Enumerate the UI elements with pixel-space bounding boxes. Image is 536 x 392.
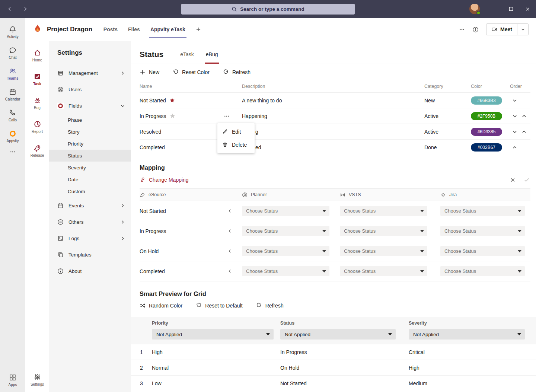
sidebar-item-chat[interactable]: Chat: [0, 43, 25, 63]
order-down-icon[interactable]: [512, 98, 517, 103]
favorite-star-icon[interactable]: [170, 113, 175, 119]
color-pill[interactable]: #002B67: [471, 143, 502, 152]
settings-item-about[interactable]: About: [49, 263, 131, 279]
collapse-chevron-icon[interactable]: [227, 208, 232, 213]
planner-status-dropdown[interactable]: Choose Status: [242, 206, 329, 216]
dropdown-arrow-icon: [420, 250, 424, 252]
jira-status-dropdown[interactable]: Choose Status: [440, 246, 525, 256]
settings-item-logs[interactable]: Logs: [49, 230, 131, 246]
more-options-button[interactable]: [459, 26, 465, 32]
info-icon: [57, 268, 64, 274]
info-button[interactable]: [472, 26, 479, 33]
jira-status-dropdown[interactable]: Choose Status: [440, 266, 525, 276]
tab-etask[interactable]: eTask: [179, 51, 195, 64]
meet-dropdown-button[interactable]: [517, 24, 528, 35]
sidebar-item-calls[interactable]: Calls: [0, 106, 25, 125]
collapse-chevron-icon[interactable]: [227, 249, 232, 254]
color-pill[interactable]: #66B3B3: [471, 96, 502, 105]
settings-subitem-story[interactable]: Story: [49, 126, 131, 138]
vsts-status-dropdown[interactable]: Choose Status: [340, 206, 427, 216]
maximize-button[interactable]: [502, 0, 519, 18]
row-number: 3: [140, 380, 152, 386]
jira-status-dropdown[interactable]: Choose Status: [440, 226, 525, 236]
confirm-mapping-icon[interactable]: [524, 177, 530, 183]
settings-item-events[interactable]: Events: [49, 197, 131, 214]
planner-status-dropdown[interactable]: Choose Status: [242, 226, 329, 236]
settings-subitem-date[interactable]: Date: [49, 173, 131, 185]
collapse-chevron-icon[interactable]: [227, 229, 232, 233]
module-item-report[interactable]: Report: [25, 118, 49, 136]
reset-color-button[interactable]: Reset Color: [173, 69, 210, 75]
context-menu-delete[interactable]: Delete: [217, 138, 255, 151]
logs-icon: [57, 235, 64, 242]
dropdown-arrow-icon: [322, 270, 326, 273]
module-item-task[interactable]: Task: [25, 70, 49, 89]
favorite-star-icon[interactable]: [169, 98, 175, 103]
order-up-icon[interactable]: [512, 145, 517, 150]
reset-to-default-button[interactable]: Reset to Default: [196, 303, 242, 309]
color-pill[interactable]: #2F950B: [471, 112, 502, 120]
tab-files[interactable]: Files: [128, 18, 140, 41]
settings-item-others[interactable]: Others: [49, 214, 131, 230]
severity-filter-dropdown[interactable]: Not Applied: [409, 329, 525, 340]
camera-icon: [491, 26, 497, 32]
module-item-bug[interactable]: Bug: [25, 94, 49, 112]
settings-subitem-severity[interactable]: Severity: [49, 162, 131, 173]
module-item-release[interactable]: Release: [25, 141, 49, 160]
meet-button[interactable]: Meet: [486, 23, 529, 35]
rail-label: Teams: [7, 76, 19, 80]
avatar[interactable]: [469, 4, 480, 14]
planner-status-dropdown[interactable]: Choose Status: [242, 246, 329, 256]
add-tab-button[interactable]: [196, 27, 201, 32]
planner-status-dropdown[interactable]: Choose Status: [242, 266, 329, 276]
settings-item-users[interactable]: Users: [49, 81, 131, 98]
sidebar-item-appvity[interactable]: Appvity: [0, 127, 25, 146]
cancel-mapping-icon[interactable]: [510, 177, 516, 183]
order-up-icon[interactable]: [521, 129, 527, 134]
sidebar-item-teams[interactable]: Teams: [0, 64, 25, 83]
more-apps-button[interactable]: [10, 149, 16, 155]
vsts-status-dropdown[interactable]: Choose Status: [340, 246, 427, 256]
context-menu-edit[interactable]: Edit: [217, 125, 255, 138]
status-filter-dropdown[interactable]: Not Applied: [280, 329, 396, 340]
status-category: Done: [424, 144, 471, 150]
minimize-button[interactable]: [486, 0, 502, 18]
tab-posts[interactable]: Posts: [103, 18, 118, 41]
tab-ebug[interactable]: eBug: [205, 51, 219, 64]
order-down-icon[interactable]: [512, 129, 517, 134]
jira-status-dropdown[interactable]: Choose Status: [440, 206, 525, 216]
tab-appvity-etask[interactable]: Appvity eTask: [150, 18, 185, 41]
settings-subitem-status[interactable]: Status: [49, 150, 131, 162]
sidebar-item-apps[interactable]: Apps: [0, 370, 25, 390]
color-pill[interactable]: #6D3385: [471, 128, 502, 136]
new-button[interactable]: New: [140, 69, 159, 75]
back-button[interactable]: [6, 5, 13, 13]
module-item-home[interactable]: Home: [25, 46, 49, 65]
meet-label: Meet: [500, 26, 512, 32]
settings-subitem-priority[interactable]: Priority: [49, 138, 131, 150]
change-mapping-button[interactable]: Change Mapping: [140, 177, 189, 183]
preview-refresh-button[interactable]: Refresh: [256, 303, 284, 309]
priority-filter-dropdown[interactable]: Not Applied: [152, 329, 274, 340]
settings-subitem-custom[interactable]: Custom: [49, 185, 131, 197]
settings-item-fields[interactable]: Fields: [49, 98, 131, 114]
search-input[interactable]: Search or type a command: [181, 4, 355, 15]
collapse-chevron-icon[interactable]: [227, 269, 232, 274]
settings-item-templates[interactable]: Templates: [49, 246, 131, 263]
preview-row: 2 Normal On Hold High: [131, 360, 536, 376]
refresh-button[interactable]: Refresh: [223, 69, 251, 75]
sidebar-item-calendar[interactable]: Calendar: [0, 85, 25, 104]
order-down-icon[interactable]: [512, 114, 517, 119]
vsts-status-dropdown[interactable]: Choose Status: [340, 266, 427, 276]
forward-button[interactable]: [22, 5, 29, 13]
phone-icon: [9, 109, 16, 117]
settings-subitem-phase[interactable]: Phase: [49, 114, 131, 126]
order-up-icon[interactable]: [521, 114, 527, 119]
close-button[interactable]: [519, 0, 536, 18]
module-item-settings[interactable]: Settings: [25, 370, 49, 389]
settings-item-management[interactable]: Management: [49, 65, 131, 81]
vsts-status-dropdown[interactable]: Choose Status: [340, 226, 427, 236]
random-color-button[interactable]: Random Color: [140, 303, 182, 309]
row-more-button[interactable]: [224, 108, 230, 124]
sidebar-item-activity[interactable]: Activity: [0, 22, 25, 42]
